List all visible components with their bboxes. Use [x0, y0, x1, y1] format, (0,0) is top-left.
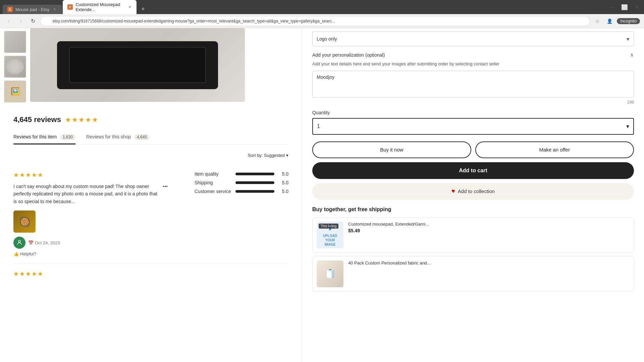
product-thumb-2: 🧻 — [317, 260, 343, 287]
tab-reviews-shop[interactable]: Reviews for this shop 4,645 — [86, 131, 150, 144]
metric-shipping: Shipping 5.0 — [195, 180, 288, 185]
page-content: 🖼️ 4,645 reviews ★ ★ — [0, 28, 644, 362]
metric-bar-fill-service — [235, 190, 274, 193]
browser-right-controls: — ⬜ ✕ — [608, 2, 641, 12]
star-3: ★ — [78, 116, 85, 124]
right-panel: Logo only Logo + Text Text only Add your… — [302, 28, 644, 362]
calendar-icon: 📅 — [28, 240, 34, 245]
product-card-1[interactable]: This listing ⬆ UPLOADYOURIMAGE Customize… — [312, 217, 634, 253]
tab-title-1: Mouse pad - Etsy — [15, 7, 49, 12]
personalization-description: Add your text details here and send your… — [312, 61, 634, 67]
thumbnail-2[interactable] — [4, 56, 26, 78]
tab-bar: E Mouse pad - Etsy ✕ E Customized Mousep… — [3, 0, 602, 14]
address-bar[interactable]: etsy.com/listing/916715668/customized-mo… — [40, 16, 590, 26]
metric-bar-shipping — [235, 181, 274, 184]
r1-star-5: ★ — [38, 171, 43, 179]
personalization-textarea[interactable] — [312, 71, 634, 98]
reviewer-avatar-1 — [13, 237, 25, 249]
personalization-section: Add your personalization (optional) ∧ Ad… — [312, 52, 634, 105]
mousepad-image — [30, 28, 245, 102]
personalization-toggle-button[interactable]: ∧ — [630, 52, 634, 58]
thumbnail-3[interactable]: 🖼️ — [4, 80, 26, 103]
profile-button[interactable]: 👤 — [605, 16, 614, 26]
product-info-1: Customized mousepad, Extended/Gami... $5… — [348, 222, 630, 248]
review-item-2: ★ ★ ★ ★ ★ — [13, 263, 288, 288]
type-dropdown-wrapper: Logo only Logo + Text Text only — [312, 32, 634, 46]
reviews-count-title: 4,645 reviews — [13, 115, 61, 124]
add-to-cart-button[interactable]: Add to cart — [312, 162, 634, 179]
reviews-section: 4,645 reviews ★ ★ ★ ★ ★ Reviews for this… — [0, 109, 302, 295]
star-1: ★ — [65, 116, 71, 124]
tab-close-2[interactable]: ✕ — [128, 4, 132, 10]
tab-active[interactable]: E Customized Mousepad Extende... ✕ — [63, 0, 137, 14]
metric-value-shipping: 5.0 — [278, 180, 288, 185]
review-1-image: 🥘 — [13, 210, 36, 233]
sort-chevron-icon: ▾ — [286, 153, 288, 158]
buy-together-section: Buy together, get free shipping This lis… — [312, 206, 634, 292]
thumbnail-list: 🖼️ — [0, 28, 30, 109]
upload-label: UPLOADYOURIMAGE — [323, 234, 337, 247]
quantity-select[interactable]: 1 2 3 4 5 — [312, 118, 634, 135]
restore-button[interactable]: ⬜ — [620, 2, 629, 12]
sort-bar: Sort by: Suggested ▾ — [13, 153, 288, 158]
read-more-button[interactable]: ••• — [163, 183, 168, 190]
reviews-count-header: 4,645 reviews ★ ★ ★ ★ ★ — [13, 115, 288, 124]
main-product-image — [30, 28, 302, 109]
thumbsup-icon: 👍 — [13, 251, 19, 256]
type-dropdown[interactable]: Logo only Logo + Text Text only — [312, 32, 634, 46]
metric-label-service: Customer service — [195, 189, 231, 194]
product-price-1: $5.49 — [348, 228, 630, 233]
review-1-date: 📅 Oct 24, 2023 — [28, 240, 60, 245]
add-to-collection-button[interactable]: ♥ Add to collection — [312, 183, 634, 200]
back-button[interactable]: ‹ — [4, 16, 13, 26]
quantity-wrapper: 1 2 3 4 5 — [312, 118, 634, 135]
metric-label-quality: Item quality — [195, 171, 231, 177]
review-1-meta: 📅 Oct 24, 2023 — [13, 237, 168, 249]
new-tab-button[interactable]: + — [139, 4, 148, 14]
metric-bar-quality — [235, 173, 274, 175]
tab-inactive[interactable]: E Mouse pad - Etsy ✕ — [3, 5, 62, 14]
product-name-1: Customized mousepad, Extended/Gami... — [348, 222, 630, 227]
close-window-button[interactable]: ✕ — [632, 2, 641, 12]
make-offer-button[interactable]: Make an offer — [475, 141, 634, 158]
bookmark-button[interactable]: ☆ — [593, 16, 602, 26]
helpful-button[interactable]: 👍 Helpful? — [13, 251, 168, 256]
metric-bar-fill-quality — [235, 173, 274, 175]
thumbnail-1[interactable] — [4, 31, 26, 53]
left-panel: 🖼️ 4,645 reviews ★ ★ — [0, 28, 302, 362]
personalization-title: Add your personalization (optional) — [312, 52, 385, 58]
tab-reviews-item[interactable]: Reviews for this item 1,630 — [13, 131, 75, 144]
refresh-button[interactable]: ↻ — [28, 16, 38, 26]
star-4: ★ — [85, 116, 91, 124]
sort-dropdown[interactable]: Sort by: Suggested ▾ — [248, 153, 288, 158]
heart-icon: ♥ — [451, 188, 455, 195]
product-thumb-1: This listing ⬆ UPLOADYOURIMAGE — [317, 222, 343, 248]
incognito-badge: Incognito — [617, 18, 640, 24]
r2-star-4: ★ — [32, 270, 37, 278]
metric-bar-fill-shipping — [235, 181, 274, 184]
product-info-2: 40 Pack Custom Personalized fabric and..… — [348, 260, 630, 287]
r1-star-4: ★ — [32, 171, 37, 179]
url-text: etsy.com/listing/916715668/customized-mo… — [53, 19, 335, 23]
tab-title-2: Customized Mousepad Extende... — [75, 2, 125, 12]
char-count: 249 — [312, 100, 634, 105]
buy-now-button[interactable]: Buy it now — [312, 141, 471, 158]
forward-button[interactable]: › — [16, 16, 25, 26]
etsy-favicon-1: E — [7, 7, 13, 12]
minimize-button[interactable]: — — [608, 2, 617, 12]
product-card-2[interactable]: 🧻 40 Pack Custom Personalized fabric and… — [312, 256, 634, 292]
primary-action-buttons: Buy it now Make an offer — [312, 141, 634, 158]
review-1-text: I can't say enough about my custom mouse… — [13, 183, 168, 205]
metric-value-service: 5.0 — [278, 189, 288, 194]
review-tabs: Reviews for this item 1,630 Reviews for … — [13, 131, 288, 145]
browser-controls: ‹ › ↻ etsy.com/listing/916715668/customi… — [0, 14, 644, 28]
personalization-header: Add your personalization (optional) ∧ — [312, 52, 634, 58]
tab-close-1[interactable]: ✕ — [52, 7, 57, 12]
r1-star-2: ★ — [19, 171, 25, 179]
etsy-favicon-2: E — [67, 4, 73, 10]
quantity-section: Quantity 1 2 3 4 5 — [312, 110, 634, 135]
r2-star-1: ★ — [13, 270, 19, 278]
r1-star-3: ★ — [25, 171, 31, 179]
buy-together-title: Buy together, get free shipping — [312, 206, 634, 213]
shop-review-count: 4,645 — [134, 134, 150, 140]
